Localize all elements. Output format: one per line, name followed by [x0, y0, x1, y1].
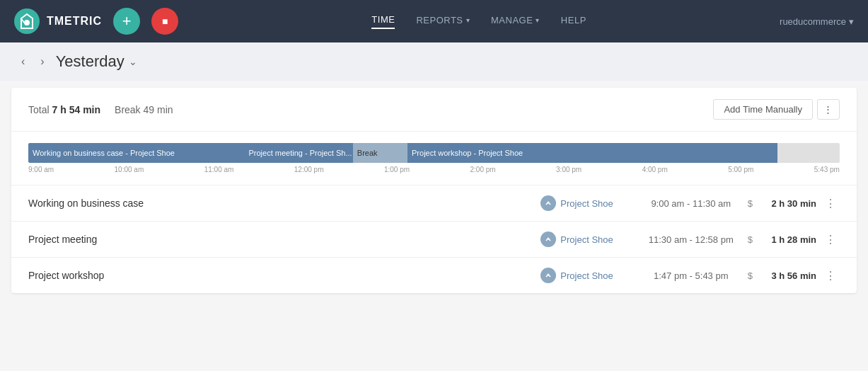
- entry-more-dots-icon: ⋮: [825, 234, 837, 246]
- main-panel: Total 7 h 54 min Break 49 min Add Time M…: [11, 88, 857, 293]
- total-label: Total: [28, 104, 50, 115]
- entry-more-button[interactable]: ⋮: [822, 269, 840, 282]
- nav-reports[interactable]: REPORTS ▾: [416, 15, 470, 28]
- entry-duration: 2 h 30 min: [760, 198, 816, 209]
- shoe-project-icon: [543, 270, 553, 280]
- timeline-tick: 11:00 am: [204, 166, 234, 173]
- entry-time-range: 9:00 am - 11:30 am: [635, 198, 748, 209]
- table-row: Project workshop Project Shoe 1:47 pm - …: [11, 257, 857, 293]
- stop-icon: ■: [162, 16, 168, 27]
- entry-project[interactable]: Project Shoe: [540, 232, 613, 247]
- entry-name: Project meeting: [28, 234, 170, 245]
- entry-more-button[interactable]: ⋮: [822, 197, 840, 210]
- svg-point-3: [548, 202, 550, 204]
- timeline-tick: 4:00 pm: [642, 166, 668, 173]
- manage-chevron-icon: ▾: [536, 16, 540, 24]
- timeline-tick: 3:00 pm: [556, 166, 581, 173]
- current-date: Yesterday: [56, 52, 125, 71]
- sub-header: ‹ › Yesterday ⌄: [0, 42, 868, 81]
- add-time-manually-button[interactable]: Add Time Manually: [713, 99, 813, 120]
- toolbar: Total 7 h 54 min Break 49 min Add Time M…: [11, 88, 857, 132]
- nav-time[interactable]: TIME: [371, 14, 395, 29]
- project-name: Project Shoe: [560, 198, 613, 209]
- entry-duration: 3 h 56 min: [760, 270, 816, 281]
- entry-more-dots-icon: ⋮: [825, 270, 837, 282]
- entry-name: Project workshop: [28, 270, 170, 281]
- nav-help[interactable]: HELP: [561, 15, 586, 28]
- dollar-icon: $: [748, 270, 753, 281]
- entry-more-dots-icon: ⋮: [825, 198, 837, 210]
- timeline-tick: 1:00 pm: [384, 166, 410, 173]
- next-day-button[interactable]: ›: [36, 54, 48, 69]
- entry-time-range: 11:30 am - 12:58 pm: [635, 234, 748, 245]
- entry-project[interactable]: Project Shoe: [540, 195, 613, 211]
- timeline-tick: 5:43 pm: [814, 166, 840, 173]
- timeline-section: Working on business case - Project ShoeP…: [11, 132, 857, 179]
- tmetric-logo-icon: [14, 8, 40, 34]
- entry-project[interactable]: Project Shoe: [540, 268, 613, 283]
- stop-button[interactable]: ■: [151, 8, 178, 35]
- entries-section: Working on business case Project Shoe 9:…: [11, 185, 857, 293]
- project-name: Project Shoe: [560, 234, 613, 245]
- shoe-project-icon: [543, 234, 553, 244]
- toolbar-more-button[interactable]: ⋮: [817, 99, 840, 120]
- table-row: Project meeting Project Shoe 11:30 am - …: [11, 221, 857, 257]
- project-icon: [540, 232, 556, 247]
- total-value: 7 h 54 min: [52, 104, 100, 115]
- entry-duration: 1 h 28 min: [760, 234, 816, 245]
- prev-arrow-icon: ‹: [21, 55, 25, 67]
- break-label: Break 49 min: [115, 104, 173, 115]
- header: TMETRIC + ■ TIME REPORTS ▾ MANAGE ▾ HELP…: [0, 0, 868, 42]
- add-button[interactable]: +: [113, 8, 140, 35]
- dollar-icon: $: [748, 198, 753, 209]
- plus-icon: +: [122, 12, 132, 30]
- project-name: Project Shoe: [560, 270, 613, 281]
- next-arrow-icon: ›: [40, 55, 44, 67]
- username: rueducommerce: [780, 16, 846, 27]
- timeline-tick: 12:00 pm: [294, 166, 324, 173]
- entry-name: Working on business case: [28, 198, 170, 209]
- more-dots-icon: ⋮: [823, 104, 833, 115]
- timeline-tick: 5:00 pm: [728, 166, 753, 173]
- user-chevron-icon: ▾: [849, 16, 854, 27]
- main-nav: TIME REPORTS ▾ MANAGE ▾ HELP: [371, 14, 586, 29]
- table-row: Working on business case Project Shoe 9:…: [11, 185, 857, 221]
- reports-chevron-icon: ▾: [466, 16, 470, 24]
- toolbar-actions: Add Time Manually ⋮: [713, 99, 840, 120]
- shoe-project-icon: [543, 198, 553, 208]
- timeline-tick: 2:00 pm: [470, 166, 496, 173]
- entry-more-button[interactable]: ⋮: [822, 233, 840, 246]
- user-menu[interactable]: rueducommerce ▾: [780, 16, 854, 27]
- dollar-icon: $: [748, 234, 753, 245]
- project-icon: [540, 268, 556, 283]
- entry-time-range: 1:47 pm - 5:43 pm: [635, 270, 748, 281]
- timeline-segment-work[interactable]: Working on business case - Project Shoe: [28, 143, 244, 163]
- svg-point-7: [548, 274, 550, 276]
- timeline-segment-workshop[interactable]: Project workshop - Project Shoe: [407, 143, 777, 163]
- svg-point-5: [548, 238, 550, 240]
- date-chevron-icon: ⌄: [129, 56, 137, 67]
- project-icon: [540, 195, 556, 211]
- timeline-bar[interactable]: Working on business case - Project ShoeP…: [28, 143, 840, 163]
- timeline-tick: 10:00 am: [115, 166, 144, 173]
- timeline-tick: 9:00 am: [28, 166, 54, 173]
- date-picker[interactable]: Yesterday ⌄: [56, 52, 137, 71]
- logo: TMETRIC: [14, 8, 102, 34]
- svg-point-1: [24, 20, 30, 25]
- timeline-segment-break[interactable]: Break: [353, 143, 407, 163]
- timeline-ticks: 9:00 am10:00 am11:00 am12:00 pm1:00 pm2:…: [28, 163, 840, 173]
- prev-day-button[interactable]: ‹: [17, 54, 29, 69]
- timeline-segment-meeting[interactable]: Project meeting - Project Sh...: [244, 143, 352, 163]
- nav-manage[interactable]: MANAGE ▾: [491, 15, 540, 28]
- timeline-segment-empty[interactable]: [777, 143, 840, 163]
- logo-text: TMETRIC: [47, 15, 102, 28]
